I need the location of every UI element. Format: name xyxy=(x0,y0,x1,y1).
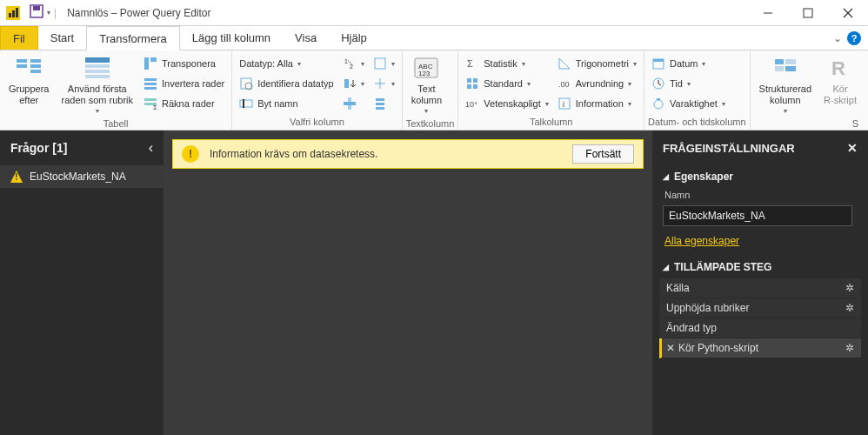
svg-rect-24 xyxy=(144,98,157,101)
tab-transform[interactable]: Transformera xyxy=(86,26,180,50)
qat-dropdown-icon[interactable]: ▾ xyxy=(47,9,50,17)
ribbon-collapse-icon[interactable]: ⌄ xyxy=(833,32,842,44)
chevron-down-icon: ▾ xyxy=(361,60,364,68)
rename-button[interactable]: Byt namn xyxy=(236,94,337,113)
fill-button[interactable]: ▾ xyxy=(339,74,368,93)
info-message: Information krävs om datasekretess. xyxy=(210,148,562,160)
list-icon xyxy=(373,97,387,110)
rounding-icon: .00 xyxy=(558,77,571,90)
svg-rect-33 xyxy=(344,79,349,88)
svg-rect-50 xyxy=(559,98,570,109)
transpose-icon xyxy=(144,57,157,70)
trigonometry-button[interactable]: Trigonometri▾ xyxy=(554,54,640,73)
tab-add-column[interactable]: Lägg till kolumn xyxy=(180,26,283,50)
titlebar: ▾ | Namnlös – Power Query Editor xyxy=(0,0,868,26)
info-warning-icon: ! xyxy=(182,145,199,163)
text-column-icon: ABC123 xyxy=(412,54,440,82)
tab-file[interactable]: Fil xyxy=(0,26,38,50)
move-button[interactable]: ▾ xyxy=(370,74,398,93)
step-item[interactable]: ✕Kör Python-skript✲ xyxy=(659,338,861,358)
clock-icon xyxy=(651,77,665,90)
query-item[interactable]: ! EuStockMarkets_NA xyxy=(0,165,164,188)
close-icon[interactable]: ✕ xyxy=(847,141,858,155)
maximize-button[interactable] xyxy=(788,0,828,26)
query-name-input[interactable] xyxy=(663,205,852,226)
text-column-button[interactable]: ABC123 Text kolumn ▾ xyxy=(406,52,447,117)
applied-steps-section-header[interactable]: ◢TILLÄMPADE STEG xyxy=(652,256,868,278)
ribbon-group-struct: Strukturerad kolumn ▾ R Kör R-skript S xyxy=(751,50,865,130)
use-first-row-headers-button[interactable]: Använd första raden som rubrik ▾ xyxy=(56,52,138,117)
all-properties-link[interactable]: Alla egenskaper xyxy=(652,230,868,256)
app-brand-icon xyxy=(0,6,26,20)
collapse-left-icon[interactable]: ‹ xyxy=(149,140,153,156)
delete-step-icon[interactable]: ✕ xyxy=(666,342,675,354)
tab-help[interactable]: Hjälp xyxy=(329,26,379,50)
statistics-button[interactable]: ΣStatistik▾ xyxy=(462,54,551,73)
group-label-anycol: Valfri kolumn xyxy=(236,115,397,130)
svg-rect-22 xyxy=(144,83,157,85)
pivot-button[interactable] xyxy=(339,94,368,113)
gear-icon[interactable]: ✲ xyxy=(845,342,854,354)
detect-datatype-button[interactable]: Identifiera datatyp xyxy=(236,74,337,93)
rename-icon xyxy=(239,97,253,110)
quick-access-toolbar: ▾ | xyxy=(26,4,60,21)
tid-button[interactable]: Tid▾ xyxy=(648,74,729,93)
query-item-label: EuStockMarkets_NA xyxy=(30,171,126,183)
datum-button[interactable]: Datum▾ xyxy=(648,54,729,73)
count-rows-button[interactable]: ΣRäkna rader xyxy=(140,94,228,113)
svg-rect-7 xyxy=(804,9,812,17)
continue-button[interactable]: Fortsätt xyxy=(572,144,634,164)
svg-rect-1 xyxy=(9,13,11,17)
query-settings-panel: FRÅGEINSTÄLLNINGAR ✕ ◢Egenskaper Namn Al… xyxy=(652,130,868,435)
convert-list-button[interactable] xyxy=(370,94,398,113)
svg-rect-56 xyxy=(657,98,660,100)
replace-icon: 12 xyxy=(343,57,357,70)
svg-rect-15 xyxy=(85,57,110,63)
structured-column-icon xyxy=(771,54,799,82)
datatype-button[interactable]: Datatyp: Alla▾ xyxy=(236,54,337,73)
unpivot-icon xyxy=(373,57,387,70)
step-item[interactable]: Ändrad typ xyxy=(659,318,861,338)
svg-rect-35 xyxy=(348,97,351,110)
chevron-down-icon: ▾ xyxy=(391,80,395,88)
unpivot-button[interactable]: ▾ xyxy=(370,54,398,73)
svg-text:i: i xyxy=(563,100,564,109)
run-r-script-button[interactable]: R Kör R-skript xyxy=(818,52,862,107)
gear-icon[interactable]: ✲ xyxy=(845,302,854,314)
transpose-button[interactable]: Transponera xyxy=(140,54,228,73)
chevron-down-icon: ▾ xyxy=(96,107,99,115)
svg-rect-59 xyxy=(775,66,784,71)
svg-rect-60 xyxy=(785,66,796,71)
tab-start[interactable]: Start xyxy=(38,26,86,50)
groupby-button[interactable]: Gruppera efter xyxy=(3,52,54,107)
reverse-rows-button[interactable]: Invertera rader xyxy=(140,74,228,93)
close-button[interactable] xyxy=(828,0,868,26)
rounding-button[interactable]: .00Avrundning▾ xyxy=(554,74,640,93)
step-item[interactable]: Källa✲ xyxy=(659,278,861,298)
step-item[interactable]: Upphöjda rubriker✲ xyxy=(659,298,861,318)
svg-text:Σ: Σ xyxy=(467,58,473,69)
svg-rect-58 xyxy=(785,59,796,64)
scientific-button[interactable]: 10ˣVetenskapligt▾ xyxy=(462,94,551,113)
varaktighet-button[interactable]: Varaktighet▾ xyxy=(648,94,729,113)
group-label-numcol: Talkolumn xyxy=(462,115,640,130)
svg-point-55 xyxy=(654,100,663,109)
tab-view[interactable]: Visa xyxy=(283,26,329,50)
properties-section-header[interactable]: ◢Egenskaper xyxy=(652,165,868,188)
svg-rect-45 xyxy=(473,78,477,83)
gear-icon[interactable]: ✲ xyxy=(845,282,854,294)
settings-header: FRÅGEINSTÄLLNINGAR xyxy=(663,142,795,155)
help-icon[interactable]: ? xyxy=(847,31,861,45)
headers-label: Använd första raden som rubrik xyxy=(61,84,133,105)
calendar-icon xyxy=(651,57,665,70)
svg-text:123: 123 xyxy=(418,70,431,77)
save-icon[interactable] xyxy=(30,4,43,21)
information-button[interactable]: iInformation▾ xyxy=(554,94,640,113)
structured-column-button[interactable]: Strukturerad kolumn ▾ xyxy=(754,52,818,117)
svg-rect-5 xyxy=(33,6,40,10)
minimize-button[interactable] xyxy=(748,0,788,26)
standard-button[interactable]: Standard▾ xyxy=(462,74,551,93)
information-icon: i xyxy=(558,97,571,110)
ribbon-tabs: Fil Start Transformera Lägg till kolumn … xyxy=(0,26,868,50)
replace-values-button[interactable]: 12▾ xyxy=(339,54,368,73)
